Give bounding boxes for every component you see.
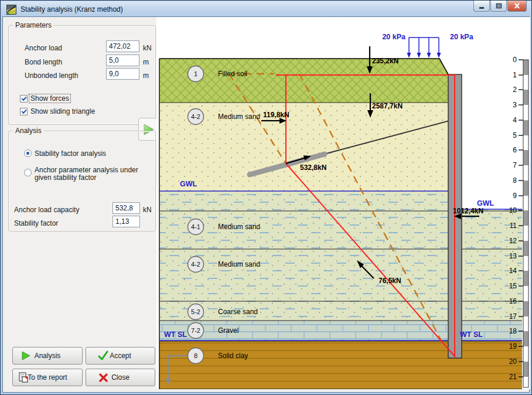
show-sliding-triangle-label[interactable]: Show sliding triangle (30, 107, 95, 115)
anchor-parameter-radio[interactable] (24, 169, 32, 176)
soil-left-stack (159, 103, 448, 341)
svg-text:17: 17 (509, 312, 517, 321)
svg-text:6: 6 (513, 146, 517, 154)
maximize-button[interactable] (490, 1, 507, 12)
svg-text:1: 1 (513, 71, 517, 79)
unbonded-length-unit: m (143, 71, 149, 80)
close-icon (514, 3, 520, 9)
svg-text:3: 3 (513, 101, 517, 109)
svg-text:10: 10 (509, 206, 517, 214)
anchor-capacity-label: Anchor load capacity (14, 206, 79, 214)
filled-soil-layer (159, 59, 448, 103)
accept-button[interactable]: Accept (86, 347, 155, 365)
close-button[interactable]: Close (86, 369, 155, 386)
svg-text:7: 7 (513, 161, 517, 169)
wtsl-right-label: WT SL (460, 331, 483, 339)
stability-factor-radio[interactable] (24, 149, 32, 157)
svg-text:7-2: 7-2 (191, 327, 200, 334)
check-icon (21, 108, 26, 114)
report-document-icon (18, 372, 29, 383)
svg-text:5-2: 5-2 (191, 308, 200, 315)
stability-factor-input[interactable]: 1,13 (112, 216, 140, 227)
minimize-icon (479, 4, 485, 9)
caption-buttons (473, 1, 527, 12)
svg-text:4-2: 4-2 (191, 261, 200, 268)
svg-text:20: 20 (509, 357, 517, 366)
close-button-label: Close (86, 373, 155, 382)
svg-text:11: 11 (510, 222, 517, 230)
app-icon (6, 5, 16, 15)
bond-length-input[interactable]: 5,0 (106, 55, 139, 66)
svg-text:Solid clay: Solid clay (218, 352, 248, 360)
svg-text:8: 8 (513, 176, 517, 185)
svg-text:0: 0 (513, 56, 517, 64)
bond-length-label: Bond length (25, 58, 62, 66)
bond-length-unit: m (143, 58, 149, 66)
svg-text:4-1: 4-1 (191, 223, 200, 230)
svg-text:Coarse sand: Coarse sand (218, 308, 258, 316)
svg-text:21: 21 (509, 373, 517, 381)
check-icon (21, 96, 26, 101)
accept-button-label: Accept (86, 352, 155, 360)
anchor-parameter-radio-label[interactable]: Anchor parameter analysis under given st… (35, 166, 152, 182)
anchor-load-label: Anchor load (25, 44, 62, 52)
svg-text:9: 9 (513, 192, 517, 200)
svg-text:5: 5 (513, 131, 517, 139)
stability-factor-value: 1,13 (115, 217, 129, 226)
gwl-left-label: GWL (180, 180, 197, 188)
force-horizontal-label: 119,8kN (263, 111, 289, 119)
anchor-load-input[interactable]: 472,02 (106, 40, 139, 52)
close-x-icon (98, 373, 108, 383)
solid-clay-pattern (159, 341, 522, 389)
svg-text:Medium sand: Medium sand (218, 260, 260, 268)
checkmark-icon (98, 350, 108, 361)
stability-factor-result-label: Stability factor (14, 219, 58, 227)
bond-length-value: 5,0 (109, 56, 119, 64)
radio-dot-icon (26, 152, 29, 155)
window-title: Stability analysis (Kranz method) (21, 5, 123, 13)
analysis-group-label: Analysis (13, 127, 44, 135)
surcharge-label-right: 20 kPa (450, 33, 474, 41)
cross-section-canvas: 20 kPa 20 kPa 235,2kN 2587,7kN 119,8kN 5… (156, 17, 530, 389)
svg-text:4: 4 (513, 116, 517, 124)
parameters-group-label: Parameters (13, 21, 54, 29)
stability-factor-radio-label[interactable]: Stability factor analysis (35, 149, 106, 158)
show-sliding-triangle-checkbox[interactable] (20, 108, 28, 115)
svg-text:Gravel: Gravel (218, 326, 238, 335)
svg-text:18: 18 (509, 327, 517, 335)
show-forces-checkbox[interactable] (20, 95, 28, 103)
surcharge-label-left: 20 kPa (382, 33, 406, 41)
anchor-load-value: 472,02 (109, 42, 131, 50)
svg-text:4-2: 4-2 (191, 113, 200, 120)
svg-text:19: 19 (509, 342, 517, 350)
unbonded-length-value: 9,0 (109, 70, 119, 78)
play-icon (21, 350, 31, 361)
dialog-window: Stability analysis (Kranz method) Parame… (0, 0, 532, 395)
unbonded-length-input[interactable]: 9,0 (106, 68, 139, 80)
anchor-capacity-unit: kN (143, 206, 152, 214)
unbonded-length-label: Unbonded length (25, 71, 78, 80)
cross-section-view: 20 kPa 20 kPa 235,2kN 2587,7kN 119,8kN 5… (156, 17, 530, 389)
close-window-button[interactable] (507, 1, 527, 12)
anchor-capacity-input[interactable]: 532,8 (112, 202, 140, 214)
to-report-button[interactable]: To the report (12, 369, 83, 386)
title-bar[interactable]: Stability analysis (Kranz method) (1, 1, 531, 18)
svg-text:8: 8 (194, 352, 197, 359)
force-wall-reaction-label: 1012,4kN (453, 207, 483, 215)
svg-text:16: 16 (509, 297, 517, 305)
svg-text:12: 12 (509, 237, 517, 245)
maximize-icon (496, 3, 502, 9)
anchor-capacity-value: 532,8 (115, 204, 133, 212)
show-forces-label[interactable]: Show forces (29, 94, 70, 103)
svg-text:1: 1 (194, 70, 197, 77)
svg-text:2: 2 (513, 86, 517, 94)
gwl-right-label: GWL (477, 199, 495, 207)
svg-text:13: 13 (509, 252, 517, 260)
minimize-button[interactable] (473, 1, 490, 12)
force-surface-load-label: 235,2kN (372, 57, 398, 65)
svg-text:14: 14 (509, 267, 517, 275)
analysis-button[interactable]: Analysis (12, 347, 83, 365)
force-resultant-label: 2587,7kN (372, 102, 403, 110)
wtsl-left-label: WT SL (164, 331, 187, 339)
svg-text:Medium sand: Medium sand (218, 113, 260, 121)
